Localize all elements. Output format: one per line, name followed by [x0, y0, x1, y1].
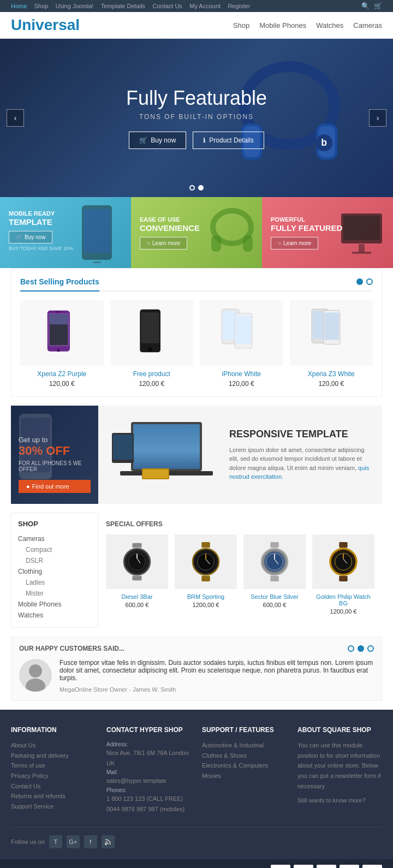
social-rss[interactable]	[102, 835, 115, 848]
product-price-3: 120,00 €	[200, 380, 283, 388]
main-nav-mobile[interactable]: Mobile Phones	[259, 21, 306, 29]
feature-banner-ease-button[interactable]: ○ Learn more	[140, 237, 187, 249]
social-google[interactable]: G+	[67, 835, 80, 848]
search-icon[interactable]: 🔍	[361, 2, 370, 10]
product-name-2[interactable]: Free product	[110, 370, 194, 378]
footer-link-parking[interactable]: Parkaing and delivery	[11, 751, 96, 761]
feature-banner-powerful-button[interactable]: ○ Learn more	[271, 237, 318, 249]
product-image-1	[20, 300, 104, 366]
product-card-4: Xperia Z3 White 120,00 €	[290, 300, 373, 388]
hero-prev-button[interactable]: ‹	[7, 109, 24, 127]
special-name-4[interactable]: Golden Philip Watch BG	[312, 593, 374, 607]
responsive-image	[109, 417, 218, 493]
visa-icon: VISA	[294, 865, 313, 868]
footer-link-electronics[interactable]: Electronics & Computers	[202, 760, 287, 771]
category-mister[interactable]: Mister	[18, 588, 91, 599]
hero-buy-button[interactable]: 🛒 Buy now	[129, 132, 186, 149]
svg-rect-11	[211, 235, 221, 252]
svg-rect-45	[132, 543, 141, 548]
footer-phone2: 0044 9876 987 987 (mobiles)	[106, 804, 191, 815]
responsive-text: RESPONSIVE TEMPLATE Lorem ipsum dolor si…	[229, 429, 371, 481]
testimonial-dot-2[interactable]	[358, 645, 364, 652]
footer-link-returns[interactable]: Returns and refunds	[11, 791, 96, 801]
footer-about-title: ABOUT SQUARE SHOP	[297, 726, 382, 734]
social-facebook[interactable]: f	[84, 835, 97, 848]
cart-icon: 🛒	[16, 234, 22, 240]
nav-contact[interactable]: Contact Us	[152, 3, 182, 9]
main-nav-watches[interactable]: Watches	[316, 21, 343, 29]
footer-col-about: ABOUT SQUARE SHOP You can use this modul…	[297, 726, 382, 814]
footer-link-automotive[interactable]: Automotive & Industrial	[202, 740, 287, 751]
svg-rect-39	[133, 424, 200, 469]
category-cameras[interactable]: Cameras	[18, 533, 91, 544]
footer-link-clothes[interactable]: Clothes & Shoes	[202, 751, 287, 761]
footer-link-privacy[interactable]: Privacy Policy	[11, 771, 96, 781]
product-name-4[interactable]: Xperia Z3 White	[290, 370, 373, 378]
category-mobiles[interactable]: Mobile Phones	[18, 599, 91, 610]
feature-banner-tag: MOBILE READY	[9, 210, 73, 217]
feature-banner-ease-content: EASE OF USE CONVENIENCE ○ Learn more	[140, 216, 200, 249]
nav-using-joomla[interactable]: Using Joomla!	[56, 3, 94, 9]
nav-shop[interactable]: Shop	[34, 3, 49, 9]
svg-rect-30	[236, 316, 252, 344]
shop-main: SPECIAL OFFERS Diesel 3Bar 600,00	[98, 513, 382, 628]
svg-rect-15	[359, 244, 365, 252]
2co-icon: 2CO	[317, 865, 336, 868]
footer-phone1: 1 800 123 123 (CALL FREE)	[106, 794, 191, 804]
cart-icon[interactable]: 🛒	[374, 2, 382, 10]
category-clothing[interactable]: Clothing	[18, 566, 91, 577]
svg-rect-67	[339, 576, 347, 581]
hero-content: Fully Featurable TONS OF BUILT-IN OPTION…	[126, 87, 267, 149]
feature-banner-sub: BUY TODAY AND SAVE 10%	[9, 246, 73, 251]
feature-phone-image	[71, 203, 131, 268]
section-nav	[356, 278, 373, 285]
svg-rect-22	[50, 314, 68, 325]
special-name-2[interactable]: BRM Sporting	[175, 593, 237, 600]
nav-register[interactable]: Register	[228, 3, 250, 9]
testimonial-quote: Fusce tempor vitae felis in dignissim. D…	[59, 659, 374, 682]
svg-rect-52	[201, 542, 210, 548]
footer-link-contact[interactable]: Contact Us	[11, 781, 96, 792]
social-twitter[interactable]: T	[49, 835, 62, 848]
footer-about-text: You can use this module position to for …	[297, 740, 382, 791]
nav-account[interactable]: My Account	[189, 3, 221, 9]
special-name-3[interactable]: Sector Blue Silver	[243, 593, 306, 600]
section-nav-dot-2[interactable]	[366, 278, 373, 285]
product-name-1[interactable]: Xperia Z2 Purple	[20, 370, 104, 378]
footer-link-about[interactable]: About Us	[11, 740, 96, 751]
footer-link-terms[interactable]: Terms of use	[11, 760, 96, 771]
footer-col-support: SUPPORT / FEATURES Automotive & Industri…	[202, 726, 287, 814]
promo-right-panel: RESPONSIVE TEMPLATE Lorem ipsum dolor si…	[98, 406, 382, 504]
feature-banner-buy-button[interactable]: 🛒 Buy now	[9, 231, 52, 243]
main-nav-shop[interactable]: Shop	[233, 21, 249, 29]
responsive-title: RESPONSIVE TEMPLATE	[229, 429, 371, 440]
nav-home[interactable]: Home	[11, 3, 27, 9]
footer-mail[interactable]: sales@hyper template	[106, 776, 191, 786]
hero-details-button[interactable]: ℹ Product Details	[193, 132, 264, 149]
svg-point-76	[105, 843, 107, 845]
footer: INFORMATION About Us Parkaing and delive…	[0, 710, 393, 859]
category-dslr[interactable]: DSLR	[18, 555, 91, 566]
main-nav-cameras[interactable]: Cameras	[353, 21, 382, 29]
section-nav-dot-1[interactable]	[356, 278, 363, 285]
hero-dot-2[interactable]	[198, 185, 204, 191]
copyright-bar: © 2015 Add your web site copyright infor…	[0, 859, 393, 868]
footer-link-support[interactable]: Support Service	[11, 801, 96, 812]
testimonial-dot-3[interactable]	[367, 645, 374, 652]
svg-rect-8	[84, 209, 110, 253]
category-ladies[interactable]: Ladies	[18, 577, 91, 588]
category-watches[interactable]: Watches	[18, 610, 91, 621]
special-name-1[interactable]: Diesel 3Bar	[106, 593, 168, 600]
category-compact[interactable]: Compact	[18, 544, 91, 555]
testimonial-dot-1[interactable]	[348, 645, 354, 652]
product-card-1: Xperia Z2 Purple 120,00 €	[20, 300, 104, 388]
product-card-3: iPhone White 120,00 €	[200, 300, 283, 388]
nav-template-details[interactable]: Template Details	[101, 3, 145, 9]
hero-next-button[interactable]: ›	[369, 109, 386, 127]
footer-about-link[interactable]: Still wants to know more?	[297, 795, 382, 806]
footer-link-movies[interactable]: Movies	[202, 771, 287, 781]
site-logo[interactable]: Universal	[11, 16, 80, 34]
footer-grid: INFORMATION About Us Parkaing and delive…	[11, 726, 382, 814]
product-name-3[interactable]: iPhone White	[200, 370, 283, 378]
hero-dot-1[interactable]	[189, 185, 195, 191]
